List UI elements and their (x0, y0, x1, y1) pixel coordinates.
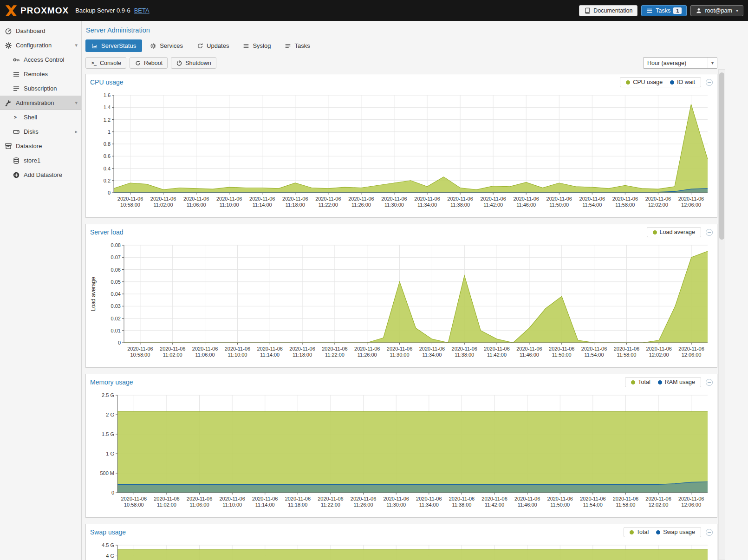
time-range-value: Hour (average) (644, 60, 708, 66)
svg-text:0.04: 0.04 (111, 291, 121, 297)
collapse-panel-icon[interactable] (706, 229, 713, 236)
legend-label: Total (638, 379, 650, 385)
sidebar-item-add-datastore[interactable]: Add Datastore (0, 168, 81, 182)
svg-text:2020-11-0611:06:00: 2020-11-0611:06:00 (192, 346, 218, 358)
console-button[interactable]: >_ Console (85, 57, 126, 69)
legend-item[interactable]: RAM usage (658, 379, 695, 385)
svg-text:2020-11-0611:38:00: 2020-11-0611:38:00 (449, 496, 475, 508)
svg-text:1 G: 1 G (106, 451, 114, 456)
sidebar-item-access-control[interactable]: Access Control (0, 52, 81, 67)
panel-body: 00.20.40.60.811.21.41.62020-11-0610:58:0… (86, 90, 717, 217)
power-icon (176, 60, 182, 66)
wrench-icon (5, 99, 12, 107)
topbar: PROXMOX Backup Server 0.9-6 BETA Documen… (0, 0, 748, 21)
sidebar-item-dashboard[interactable]: Dashboard (0, 24, 81, 38)
gears-icon (150, 43, 156, 49)
tab-label: ServerStatus (101, 42, 136, 49)
legend-item[interactable]: IO wait (670, 79, 695, 85)
reboot-button[interactable]: Reboot (130, 57, 168, 69)
legend-label: Total (637, 529, 649, 535)
svg-text:2020-11-0611:58:00: 2020-11-0611:58:00 (613, 496, 638, 508)
key-icon (13, 56, 20, 64)
sidebar-item-label: Datastore (16, 143, 42, 150)
list-icon (243, 43, 249, 49)
panel-header: Memory usage TotalRAM usage (86, 374, 717, 390)
chart-canvas: 00.010.020.030.040.050.060.070.082020-11… (88, 241, 715, 364)
chevron-down-icon: ▾ (708, 58, 717, 68)
sidebar-item-datastore[interactable]: Datastore (0, 139, 81, 153)
svg-text:2020-11-0612:02:00: 2020-11-0612:02:00 (645, 196, 671, 208)
svg-text:2020-11-0611:50:00: 2020-11-0611:50:00 (549, 346, 574, 358)
svg-text:2020-11-0611:10:00: 2020-11-0611:10:00 (216, 196, 242, 208)
user-menu-button[interactable]: root@pam ▾ (690, 5, 743, 16)
tab-label: Updates (207, 42, 229, 49)
svg-text:2020-11-0611:06:00: 2020-11-0611:06:00 (187, 496, 212, 508)
svg-text:2020-11-0611:38:00: 2020-11-0611:38:00 (447, 196, 473, 208)
sidebar-item-configuration[interactable]: Configuration ▾ (0, 38, 81, 52)
chart-panel: Memory usage TotalRAM usage 0500 M1 G1.5… (85, 374, 717, 518)
shutdown-label: Shutdown (185, 60, 211, 66)
logo-text: PROXMOX (20, 6, 69, 16)
svg-text:2020-11-0612:06:00: 2020-11-0612:06:00 (678, 346, 704, 358)
svg-text:1.6: 1.6 (104, 92, 111, 98)
svg-text:2020-11-0611:18:00: 2020-11-0611:18:00 (289, 346, 315, 358)
svg-text:2020-11-0611:34:00: 2020-11-0611:34:00 (419, 346, 445, 358)
tab-updates[interactable]: Updates (191, 39, 235, 52)
panel-header: Server load Load average (86, 224, 717, 240)
svg-text:2020-11-0611:46:00: 2020-11-0611:46:00 (514, 496, 540, 508)
scrollbar-track[interactable] (718, 69, 725, 560)
tab-tasks[interactable]: Tasks (279, 39, 316, 52)
reboot-icon (135, 60, 141, 66)
sidebar-item-administration[interactable]: Administration ▾ (0, 96, 81, 110)
svg-text:2020-11-0611:30:00: 2020-11-0611:30:00 (381, 196, 407, 208)
time-range-select[interactable]: Hour (average) ▾ (643, 57, 717, 69)
legend-item[interactable]: Total (631, 379, 650, 385)
collapse-panel-icon[interactable] (706, 379, 713, 386)
svg-text:2020-11-0611:46:00: 2020-11-0611:46:00 (513, 196, 539, 208)
panel-body: 00.010.020.030.040.050.060.070.082020-11… (86, 240, 717, 367)
legend-item[interactable]: Total (630, 529, 649, 535)
sidebar-item-label: Configuration (16, 42, 52, 49)
svg-text:2020-11-0612:06:00: 2020-11-0612:06:00 (678, 496, 704, 508)
svg-text:4 G: 4 G (106, 553, 114, 559)
refresh-icon (197, 43, 203, 49)
legend-item[interactable]: CPU usage (626, 79, 663, 85)
scrollbar-thumb[interactable] (719, 72, 724, 240)
tab-syslog[interactable]: Syslog (237, 39, 277, 52)
tab-services[interactable]: Services (144, 39, 189, 52)
svg-text:2020-11-0611:42:00: 2020-11-0611:42:00 (484, 346, 509, 358)
legend-item[interactable]: Swap usage (656, 529, 695, 535)
toolbar: >_ Console Reboot Shutdown Hour (average… (82, 54, 748, 72)
sidebar-item-subscription[interactable]: Subscription (0, 81, 81, 96)
tab-serverstatus[interactable]: ServerStatus (85, 39, 142, 52)
legend-item[interactable]: Load average (653, 229, 695, 235)
legend-label: Load average (660, 229, 695, 235)
sidebar-item-shell[interactable]: >_ Shell (0, 110, 81, 124)
chart-panel: CPU usage CPU usageIO wait 00.20.40.60.8… (85, 74, 717, 218)
svg-text:2020-11-0611:22:00: 2020-11-0611:22:00 (318, 496, 343, 508)
collapse-panel-icon[interactable] (706, 79, 713, 86)
svg-text:2020-11-0611:50:00: 2020-11-0611:50:00 (546, 196, 572, 208)
legend-dot (630, 530, 634, 534)
sidebar-item-remotes[interactable]: Remotes (0, 67, 81, 81)
sidebar-item-disks[interactable]: Disks ▸ (0, 124, 81, 139)
sidebar-item-label: Subscription (24, 85, 57, 92)
collapse-panel-icon[interactable] (706, 529, 713, 536)
console-label: Console (100, 60, 121, 66)
shutdown-button[interactable]: Shutdown (171, 57, 216, 69)
sidebar-item-store1[interactable]: store1 (0, 153, 81, 168)
tasks-badge: 1 (673, 7, 682, 14)
svg-text:0.07: 0.07 (111, 254, 121, 260)
svg-text:2020-11-0611:06:00: 2020-11-0611:06:00 (183, 196, 209, 208)
beta-link[interactable]: BETA (134, 7, 150, 14)
reboot-label: Reboot (144, 60, 163, 66)
svg-text:2020-11-0611:10:00: 2020-11-0611:10:00 (225, 346, 250, 358)
svg-text:0.08: 0.08 (111, 242, 121, 248)
panel-title: Memory usage (90, 378, 133, 386)
panel-title: Swap usage (90, 528, 126, 536)
panel-title: CPU usage (90, 78, 124, 86)
tasks-button[interactable]: Tasks 1 (641, 5, 687, 16)
documentation-button[interactable]: Documentation (579, 5, 637, 16)
svg-text:0: 0 (111, 490, 114, 495)
panel-header: CPU usage CPU usageIO wait (86, 74, 717, 90)
